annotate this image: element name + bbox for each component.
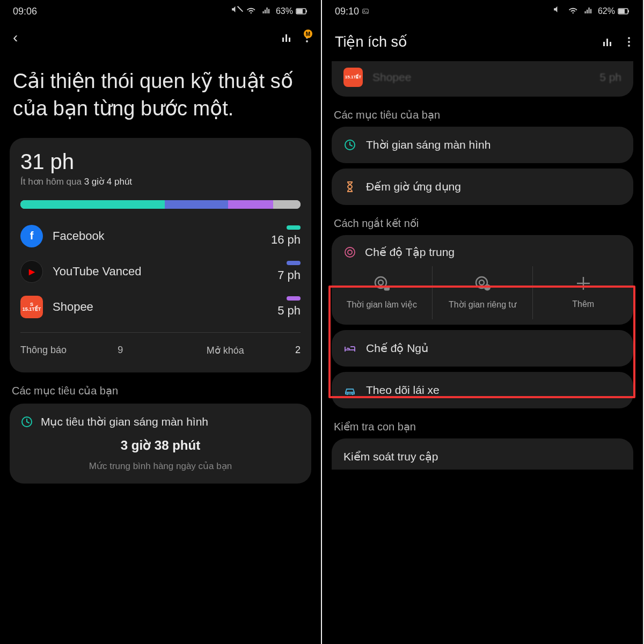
clock-icon — [343, 138, 356, 151]
app-row-shopee[interactable]: S15.1TẾT Shopee 5 ph — [20, 289, 301, 325]
goal-subtitle: Mức trung bình hàng ngày của bạn — [20, 460, 301, 472]
item-label: Kiểm soát truy cập — [343, 450, 438, 463]
app-time: 16 ph — [271, 233, 301, 247]
svg-point-11 — [348, 250, 352, 254]
status-icons: 62% — [553, 5, 630, 18]
goals-section-label: Các mục tiêu của bạn — [334, 108, 631, 121]
chart-icon[interactable] — [601, 35, 614, 48]
status-time: 09:10 — [335, 6, 369, 17]
svg-rect-8 — [628, 10, 629, 12]
app-row-youtube[interactable]: ▶ YouTube Vanced 7 ph — [20, 254, 301, 289]
work-focus-icon — [372, 274, 391, 293]
car-icon — [343, 384, 356, 397]
battery-text: 63% — [276, 6, 293, 16]
top-bar: ‹ M — [0, 23, 321, 53]
focus-mode-card[interactable]: Chế độ Tập trung Thời gian làm việc Thời… — [332, 235, 633, 325]
item-label: Thời gian sáng màn hình — [366, 138, 491, 151]
svg-rect-1 — [297, 9, 303, 13]
stats-row: Thông báo 9 Mở khóa 2 — [20, 340, 301, 361]
svg-point-18 — [347, 392, 348, 393]
shopee-icon: 15.1TẾT — [343, 68, 363, 87]
svg-point-10 — [345, 247, 355, 257]
private-focus-icon — [473, 274, 492, 293]
focus-cell-work[interactable]: Thời gian làm việc — [332, 266, 433, 319]
svg-rect-7 — [619, 9, 625, 13]
mute-icon — [553, 5, 566, 18]
access-control-item[interactable]: Kiểm soát truy cập — [332, 438, 633, 470]
item-label: Chế độ Ngủ — [366, 342, 428, 355]
facebook-icon: f — [20, 225, 43, 247]
compare-line: Ít hơn hôm qua 3 giờ 4 phút — [20, 176, 301, 187]
svg-point-16 — [479, 280, 484, 285]
focus-cell-private[interactable]: Thời gian riêng tư — [433, 266, 533, 319]
more-button[interactable]: M — [306, 33, 308, 42]
focus-label: Thêm — [572, 299, 594, 309]
status-icons: 63% — [231, 5, 308, 18]
notification-badge-icon: M — [304, 30, 312, 38]
screen-time-goal-card[interactable]: Mục tiêu thời gian sáng màn hình 3 giờ 3… — [10, 404, 311, 484]
item-label: Đếm giờ ứng dụng — [366, 180, 461, 193]
focus-label: Thời gian làm việc — [347, 299, 417, 310]
mute-icon — [231, 5, 244, 18]
page-title: Cải thiện thói quen kỹ thuật số của bạn … — [0, 68, 321, 123]
app-name-hidden: Shopee — [372, 71, 590, 84]
hourglass-icon — [343, 180, 356, 193]
status-time: 09:06 — [13, 6, 37, 17]
more-button[interactable] — [628, 37, 630, 47]
battery-text: 62% — [598, 6, 615, 16]
app-time: 5 ph — [277, 304, 301, 318]
focus-label: Thời gian riêng tư — [449, 299, 516, 310]
app-name: Facebook — [53, 229, 261, 243]
color-pill — [287, 261, 301, 265]
sleep-mode-item[interactable]: Chế độ Ngủ — [332, 330, 633, 367]
drive-tracking-item[interactable]: Theo dõi lái xe — [332, 372, 633, 408]
app-row-shopee-partial[interactable]: 15.1TẾT Shopee 5 ph — [332, 61, 633, 97]
target-icon — [343, 246, 356, 259]
page-title: Tiện ích số — [335, 33, 407, 50]
disconnect-section-label: Cách ngắt kết nối — [334, 217, 631, 230]
app-time: 7 ph — [277, 268, 301, 282]
app-name: YouTube Vanced — [53, 265, 268, 279]
status-bar: 09:10 62% — [322, 0, 643, 23]
battery-icon — [617, 5, 630, 18]
usage-bar — [20, 200, 301, 209]
svg-point-13 — [378, 280, 383, 285]
unlock-value: 2 — [295, 345, 301, 356]
goal-value: 3 giờ 38 phút — [20, 438, 301, 453]
color-pill — [287, 225, 301, 230]
focus-cell-add[interactable]: Thêm — [533, 266, 633, 319]
goal-screen-time[interactable]: Thời gian sáng màn hình — [332, 127, 633, 163]
phone-right: 09:10 62% Tiện ích số 15.1TẾT Shopee 5 p… — [322, 0, 644, 644]
child-section-label: Kiểm tra con bạn — [334, 420, 631, 433]
total-time: 31 ph — [20, 150, 301, 174]
clock-icon — [20, 415, 33, 428]
status-bar: 09:06 63% — [0, 0, 321, 23]
image-icon — [362, 8, 369, 15]
notif-value: 9 — [118, 345, 123, 356]
goals-section-label: Các mục tiêu của bạn — [12, 384, 309, 397]
svg-rect-14 — [384, 286, 390, 291]
usage-card[interactable]: 31 ph Ít hơn hôm qua 3 giờ 4 phút f Face… — [10, 138, 311, 372]
svg-point-19 — [352, 392, 353, 393]
notif-label: Thông báo — [20, 345, 67, 356]
bed-icon — [343, 342, 356, 355]
item-label: Theo dõi lái xe — [366, 384, 440, 397]
chart-icon[interactable] — [280, 31, 293, 44]
app-time-hidden: 5 ph — [599, 71, 621, 84]
app-name: Shopee — [53, 300, 268, 314]
signal-icon — [261, 5, 274, 18]
wifi-icon — [246, 5, 259, 18]
shopee-icon: S15.1TẾT — [20, 296, 43, 318]
goal-app-timer[interactable]: Đếm giờ ứng dụng — [332, 169, 633, 205]
title-bar: Tiện ích số — [322, 23, 643, 61]
back-button[interactable]: ‹ — [13, 29, 18, 46]
wifi-icon — [568, 5, 581, 18]
app-row-facebook[interactable]: f Facebook 16 ph — [20, 218, 301, 254]
youtube-icon: ▶ — [20, 260, 43, 283]
plus-icon — [574, 274, 593, 293]
unlock-label: Mở khóa — [207, 345, 244, 356]
color-pill — [287, 296, 301, 301]
svg-point-17 — [484, 284, 491, 291]
phone-left: 09:06 63% ‹ M Cải thiện thói quen kỹ thu… — [0, 0, 322, 644]
signal-icon — [583, 5, 596, 18]
